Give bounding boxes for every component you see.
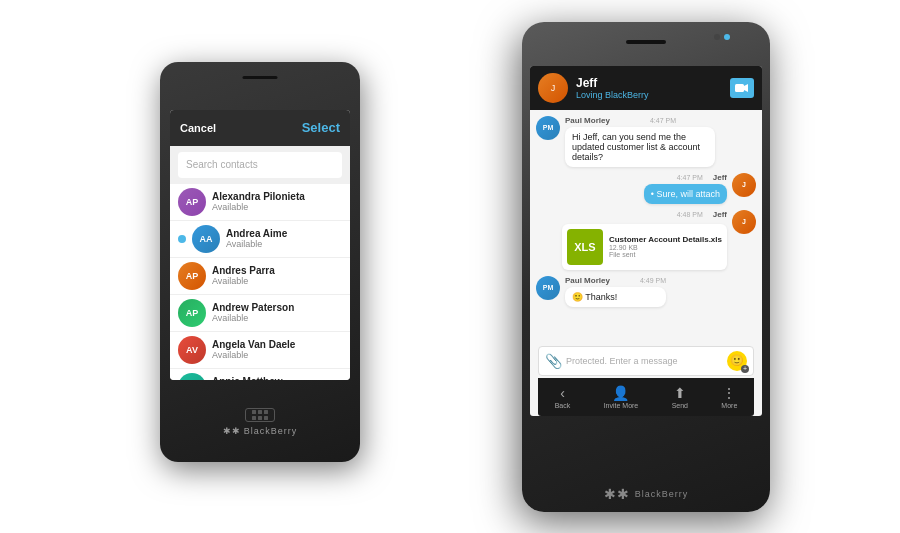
nav-more-label: More [721, 402, 737, 409]
chat-contact-name: Jeff [576, 76, 722, 90]
svg-rect-0 [252, 410, 256, 414]
message-row: J Jeff 4:48 PM XLS Customer Account Deta… [536, 210, 756, 270]
avatar: AP [178, 262, 206, 290]
svg-rect-2 [264, 410, 268, 414]
nav-send-button[interactable]: ⬆ Send [672, 385, 688, 409]
back-icon: ‹ [560, 385, 565, 401]
attachment-status: File sent [609, 251, 722, 258]
message-row: J Jeff 4:47 PM • Sure, will attach [536, 173, 756, 204]
nav-back-button[interactable]: ‹ Back [555, 385, 571, 409]
svg-rect-1 [258, 410, 262, 414]
invite-icon: 👤 [612, 385, 629, 401]
blackberry-logo-front: ✱✱ BlackBerry [522, 486, 770, 502]
list-item[interactable]: AP Alexandra Pilonieta Available [170, 184, 350, 221]
cancel-button[interactable]: Cancel [180, 122, 216, 134]
message-time: 4:47 PM [650, 117, 676, 124]
nav-invite-button[interactable]: 👤 Invite More [604, 385, 639, 409]
svg-rect-5 [264, 416, 268, 420]
list-item[interactable]: AP Andres Parra Available [170, 258, 350, 295]
message-time: 4:49 PM [640, 277, 666, 284]
search-bar[interactable]: Search contacts [178, 152, 342, 178]
nav-send-label: Send [672, 402, 688, 409]
list-item[interactable]: AV Angela Van Daele Available [170, 332, 350, 369]
message-avatar: J [732, 210, 756, 234]
select-button[interactable]: Select [302, 120, 340, 135]
avatar: AP [178, 188, 206, 216]
attachment-size: 12.90 KB [609, 244, 722, 251]
message-avatar: PM [536, 116, 560, 140]
scene: Cancel Select Search contacts AP Alexand… [100, 22, 800, 512]
bb-asterisk-icon: ✱✱ [223, 426, 241, 436]
contact-status: Available [212, 313, 294, 323]
contact-name: Angela Van Daele [212, 339, 295, 350]
send-icon: ⬆ [674, 385, 686, 401]
contact-status: Available [212, 350, 295, 360]
message-avatar: J [732, 173, 756, 197]
file-attachment[interactable]: XLS Customer Account Details.xls 12.90 K… [562, 224, 727, 270]
nav-invite-label: Invite More [604, 402, 639, 409]
message-input-bar[interactable]: 📎 Protected. Enter a message 🙂 + [538, 346, 754, 376]
search-placeholder: Search contacts [186, 159, 258, 170]
emoji-button[interactable]: 🙂 + [727, 351, 747, 371]
svg-marker-7 [744, 84, 748, 92]
chat-header: J Jeff Loving BlackBerry [530, 66, 762, 110]
avatar: AV [178, 336, 206, 364]
front-phone: J Jeff Loving BlackBerry PM [522, 22, 770, 512]
contact-name: Andres Parra [212, 265, 275, 276]
contact-name: Annie Matthew [212, 376, 283, 380]
contact-status: Available [212, 276, 275, 286]
message-bubble: • Sure, will attach [644, 184, 727, 204]
message-input[interactable]: Protected. Enter a message [566, 356, 723, 366]
message-sender: Paul Morley [565, 116, 610, 125]
nav-more-button[interactable]: ⋮ More [721, 385, 737, 409]
chat-header-avatar: J [538, 73, 568, 103]
front-camera-icon [714, 34, 720, 40]
bb-asterisk-front-icon: ✱✱ [604, 486, 630, 502]
back-phone-bottom: ✱✱ BlackBerry [160, 382, 360, 462]
attachment-filename: Customer Account Details.xls [609, 235, 722, 244]
contacts-top-bar: Cancel Select [170, 110, 350, 146]
bb-brand-front: BlackBerry [635, 489, 689, 499]
message-row: PM Paul Morley 4:49 PM 🙂 Thanks! [536, 276, 756, 307]
message-sender: Jeff [713, 173, 727, 182]
chat-contact-status: Loving BlackBerry [576, 90, 722, 100]
more-icon: ⋮ [722, 385, 736, 401]
message-time: 4:48 PM [677, 211, 703, 218]
contact-status: Available [212, 202, 305, 212]
bb-brand-back: BlackBerry [244, 426, 298, 436]
avatar: AM [178, 373, 206, 380]
contact-name: Andrea Aime [226, 228, 287, 239]
svg-rect-6 [735, 84, 744, 92]
back-phone-speaker [243, 76, 278, 79]
svg-rect-4 [258, 416, 262, 420]
messages-list: PM Paul Morley 4:47 PM Hi Jeff, can you … [530, 110, 762, 313]
led-indicator [724, 34, 730, 40]
blackberry-logo-back: ✱✱ BlackBerry [223, 426, 298, 436]
front-phone-screen: J Jeff Loving BlackBerry PM [530, 66, 762, 416]
contacts-list: AP Alexandra Pilonieta Available AA Andr… [170, 184, 350, 380]
attachment-icon[interactable]: 📎 [545, 353, 562, 369]
list-item[interactable]: AA Andrea Aime Available [170, 221, 350, 258]
message-avatar: PM [536, 276, 560, 300]
contact-name: Andrew Paterson [212, 302, 294, 313]
front-phone-speaker [626, 40, 666, 44]
back-phone-screen: Cancel Select Search contacts AP Alexand… [170, 110, 350, 380]
message-sender: Paul Morley [565, 276, 610, 285]
message-sender: Jeff [713, 210, 727, 219]
nav-back-label: Back [555, 402, 571, 409]
message-row: PM Paul Morley 4:47 PM Hi Jeff, can you … [536, 116, 756, 167]
selected-indicator [178, 235, 186, 243]
message-time: 4:47 PM [677, 174, 703, 181]
list-item[interactable]: AP Andrew Paterson Available [170, 295, 350, 332]
avatar: AA [192, 225, 220, 253]
back-phone: Cancel Select Search contacts AP Alexand… [160, 62, 360, 462]
video-call-button[interactable] [730, 78, 754, 98]
home-button[interactable] [245, 408, 275, 422]
avatar: AP [178, 299, 206, 327]
contact-name: Alexandra Pilonieta [212, 191, 305, 202]
list-item[interactable]: AM Annie Matthew Available [170, 369, 350, 380]
message-bubble: Hi Jeff, can you send me the updated cus… [565, 127, 715, 167]
contact-status: Available [226, 239, 287, 249]
svg-rect-3 [252, 416, 256, 420]
nav-bar: ‹ Back 👤 Invite More ⬆ Send ⋮ More [538, 378, 754, 416]
